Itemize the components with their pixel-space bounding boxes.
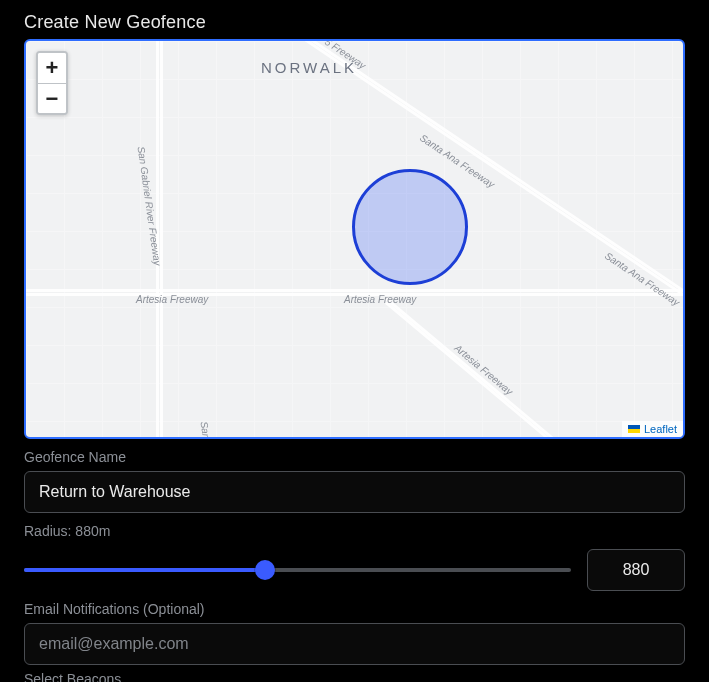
geofence-circle[interactable] <box>352 169 468 285</box>
map-attribution: Leaflet <box>622 421 683 437</box>
zoom-control: + − <box>36 51 68 115</box>
radius-slider[interactable] <box>24 555 571 585</box>
geofence-name-label: Geofence Name <box>24 449 685 465</box>
email-label: Email Notifications (Optional) <box>24 601 685 617</box>
radius-label: Radius: 880m <box>24 523 685 539</box>
zoom-out-button[interactable]: − <box>38 83 66 113</box>
road-label: San <box>199 421 212 439</box>
radius-value-box[interactable]: 880 <box>587 549 685 591</box>
zoom-in-button[interactable]: + <box>38 53 66 83</box>
slider-thumb[interactable] <box>255 560 275 580</box>
email-input[interactable] <box>24 623 685 665</box>
road-label: Artesia Freeway <box>344 294 416 305</box>
select-beacons-label: Select Beacons <box>24 671 685 682</box>
road-label: Artesia Freeway <box>136 294 208 305</box>
flag-icon <box>628 425 640 433</box>
slider-fill <box>24 568 265 572</box>
map-canvas[interactable]: San Gabriel River Freeway Artesia Freewa… <box>24 39 685 439</box>
map-city-label: NORWALK <box>261 59 357 76</box>
leaflet-link[interactable]: Leaflet <box>644 423 677 435</box>
page-title: Create New Geofence <box>24 12 685 33</box>
geofence-name-input[interactable] <box>24 471 685 513</box>
